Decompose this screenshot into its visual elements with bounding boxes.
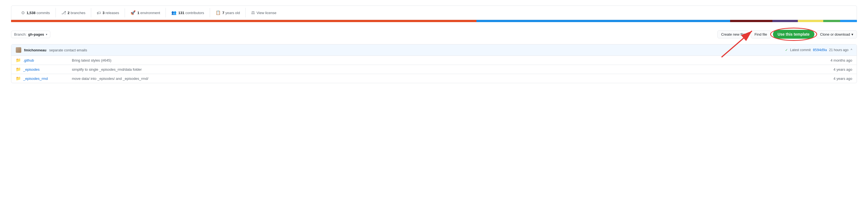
commits-icon: ⊙ (21, 10, 25, 15)
folder-icon: 📁 (16, 67, 21, 72)
releases-count: 3 (102, 11, 104, 15)
language-bar (11, 20, 857, 22)
file-time: 4 months ago (822, 58, 852, 62)
license-label: View license (256, 11, 276, 15)
age-icon: 📋 (216, 10, 221, 15)
avatar (16, 47, 21, 53)
license-stat[interactable]: ⚖ View license (246, 8, 282, 18)
commit-hash-prefix: Latest commit (790, 48, 811, 52)
stats-bar: ⊙ 1,538 commits ⎇ 2 branches 🏷 3 release… (11, 5, 857, 20)
lang-segment-css (772, 20, 798, 22)
commits-stat[interactable]: ⊙ 1,538 commits (16, 8, 56, 18)
commit-message: separate contact emails (49, 48, 87, 52)
branches-stat[interactable]: ⎇ 2 branches (56, 8, 91, 18)
file-time: 4 years ago (822, 76, 852, 81)
branch-selector[interactable]: Branch: gh-pages ▾ (11, 31, 50, 38)
branch-prefix: Branch: (14, 32, 27, 36)
releases-stat[interactable]: 🏷 3 releases (91, 8, 125, 18)
file-description: move data/ into _episodes/ and _episodes… (67, 76, 822, 81)
environment-count: 1 (137, 11, 139, 15)
folder-icon: 📁 (16, 58, 21, 63)
file-name[interactable]: _episodes_rmd (23, 76, 67, 81)
age-count: 7 (222, 11, 224, 15)
commit-header-right: ✓ Latest commit 0594d9a 21 hours ago ^ (785, 48, 852, 52)
commits-label: commits (36, 11, 50, 15)
clone-label: Clone or download (820, 32, 850, 36)
environment-label: environment (141, 11, 160, 15)
releases-label: releases (105, 11, 119, 15)
file-name[interactable]: .github (23, 58, 67, 62)
clone-download-button[interactable]: Clone or download ▾ (816, 30, 857, 38)
commit-author: fmichonneau (24, 48, 46, 52)
chevron-down-icon: ▾ (46, 33, 47, 36)
file-name[interactable]: _episodes (23, 67, 67, 71)
file-time: 4 years ago (822, 67, 852, 71)
file-description: Bring latest styles (#645) (67, 58, 822, 62)
lang-segment-javascript (798, 20, 823, 22)
file-description: simplify to single _episodes_rmd/data fo… (67, 67, 822, 71)
branch-name: gh-pages (28, 32, 44, 36)
license-icon: ⚖ (251, 10, 255, 15)
use-template-wrapper: Use this template (773, 30, 814, 39)
contributors-label: contributors (185, 11, 204, 15)
lang-segment-ruby (730, 20, 772, 22)
lang-segment-html (11, 20, 476, 22)
svg-line-1 (721, 31, 752, 57)
clone-chevron-icon: ▾ (851, 32, 854, 36)
commit-header-left: fmichonneau separate contact emails (16, 47, 87, 53)
table-row: 📁 _episodes_rmd move data/ into _episode… (11, 74, 857, 83)
contributors-icon: 👥 (171, 10, 177, 15)
check-icon: ✓ (785, 48, 788, 52)
contributors-stat[interactable]: 👥 131 contributors (166, 8, 210, 18)
branches-label: branches (70, 11, 85, 15)
expand-icon[interactable]: ^ (850, 48, 852, 52)
folder-icon: 📁 (16, 76, 21, 81)
file-list: 📁 .github Bring latest styles (#645) 4 m… (11, 56, 857, 83)
age-label: years old (225, 11, 240, 15)
commit-hash[interactable]: 0594d9a (813, 48, 827, 52)
branches-count: 2 (68, 11, 70, 15)
commits-count: 1,538 (27, 11, 36, 15)
lang-segment-other (823, 20, 840, 22)
table-row: 📁 _episodes simplify to single _episodes… (11, 65, 857, 74)
lang-segment-r (476, 20, 730, 22)
contributors-count: 131 (178, 11, 184, 15)
releases-icon: 🏷 (97, 10, 101, 15)
lang-segment-more (840, 20, 857, 22)
environment-icon: 🚀 (130, 10, 136, 15)
commit-time: 21 hours ago (829, 48, 848, 52)
age-stat[interactable]: 📋 7 years old (210, 8, 246, 18)
environment-stat[interactable]: 🚀 1 environment (125, 8, 166, 18)
branches-icon: ⎇ (61, 10, 66, 15)
use-template-button[interactable]: Use this template (773, 30, 814, 39)
